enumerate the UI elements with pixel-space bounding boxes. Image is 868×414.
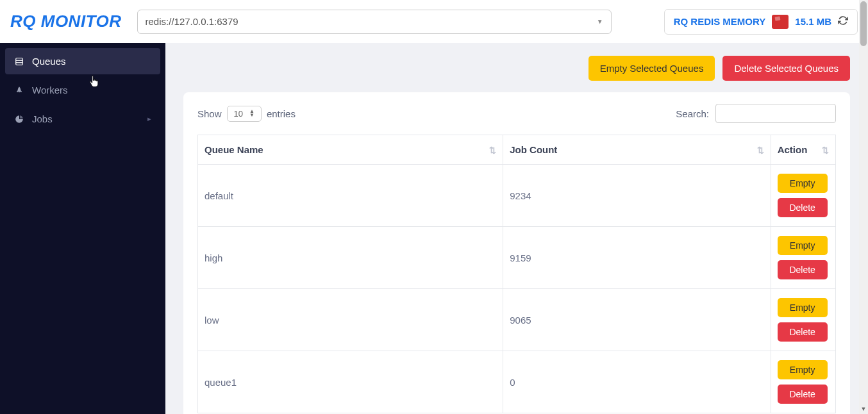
sidebar: Queues Workers Jobs ▸: [0, 43, 165, 414]
memory-value: 15.1 MB: [795, 16, 831, 27]
chevron-right-icon: ▸: [147, 115, 151, 123]
delete-button[interactable]: Delete: [778, 322, 828, 342]
search-label: Search:: [676, 108, 709, 119]
delete-button[interactable]: Delete: [778, 198, 828, 217]
entries-select[interactable]: 10 ▲▼: [227, 106, 262, 122]
pie-chart-icon: [14, 114, 24, 124]
empty-button[interactable]: Empty: [778, 360, 828, 379]
updown-icon: ▲▼: [249, 110, 255, 117]
content-area: Empty Selected Queues Delete Selected Qu…: [165, 43, 868, 414]
scrollbar-down-icon[interactable]: ▼: [859, 404, 868, 414]
table-controls: Show 10 ▲▼ entries Search:: [183, 104, 850, 135]
memory-label: RQ REDIS MEMORY: [674, 16, 766, 27]
sidebar-item-jobs[interactable]: Jobs ▸: [5, 106, 160, 132]
sort-icon: ⇅: [757, 145, 764, 154]
sort-icon: ⇅: [822, 145, 829, 154]
bulk-action-bar: Empty Selected Queues Delete Selected Qu…: [183, 56, 850, 81]
table-row: default9234EmptyDelete: [198, 165, 836, 227]
sidebar-item-label: Jobs: [32, 113, 53, 124]
topbar: RQ MONITOR redis://127.0.0.1:6379 ▼ RQ R…: [0, 0, 868, 43]
entries-value: 10: [234, 109, 243, 119]
empty-selected-button[interactable]: Empty Selected Queues: [588, 56, 715, 81]
search-input[interactable]: [715, 104, 836, 123]
app-logo: RQ MONITOR: [10, 12, 122, 31]
memory-box: RQ REDIS MEMORY 15.1 MB: [664, 9, 858, 35]
cell-action: EmptyDelete: [771, 289, 835, 351]
queues-table: Queue Name ⇅ Job Count ⇅ Action ⇅: [197, 135, 836, 413]
vertical-scrollbar[interactable]: ▼: [859, 0, 868, 414]
empty-button[interactable]: Empty: [778, 174, 828, 193]
table-row: low9065EmptyDelete: [198, 289, 836, 351]
delete-button[interactable]: Delete: [778, 385, 828, 404]
redis-url-select[interactable]: redis://127.0.0.1:6379 ▼: [137, 10, 612, 34]
search-box: Search:: [676, 104, 836, 123]
list-icon: [14, 56, 24, 67]
sidebar-item-queues[interactable]: Queues: [5, 48, 160, 74]
cell-queue-name[interactable]: high: [198, 227, 503, 289]
th-queue-name[interactable]: Queue Name ⇅: [198, 135, 503, 165]
table-row: queue10EmptyDelete: [198, 351, 836, 413]
queues-panel: Show 10 ▲▼ entries Search:: [183, 92, 850, 414]
cell-job-count: 9234: [503, 165, 771, 227]
show-label: Show: [197, 108, 222, 119]
sidebar-item-workers[interactable]: Workers: [5, 77, 160, 103]
cell-queue-name[interactable]: low: [198, 289, 503, 351]
delete-button[interactable]: Delete: [778, 260, 828, 279]
delete-selected-button[interactable]: Delete Selected Queues: [722, 56, 850, 81]
empty-button[interactable]: Empty: [778, 298, 828, 317]
cell-job-count: 9065: [503, 289, 771, 351]
sidebar-item-label: Queues: [32, 56, 66, 67]
th-job-count[interactable]: Job Count ⇅: [503, 135, 771, 165]
sidebar-item-label: Workers: [32, 85, 68, 95]
show-entries: Show 10 ▲▼ entries: [197, 106, 296, 122]
cell-action: EmptyDelete: [771, 165, 835, 227]
entries-label: entries: [267, 108, 296, 119]
cell-job-count: 9159: [503, 227, 771, 289]
rocket-icon: [14, 85, 24, 95]
cell-queue-name[interactable]: queue1: [198, 351, 503, 413]
sort-icon: ⇅: [489, 145, 496, 154]
scrollbar-thumb[interactable]: [860, 1, 867, 46]
cell-queue-name[interactable]: default: [198, 165, 503, 227]
cell-action: EmptyDelete: [771, 227, 835, 289]
svg-rect-0: [16, 58, 23, 65]
table-row: high9159EmptyDelete: [198, 227, 836, 289]
redis-cube-icon: [772, 15, 789, 29]
th-action: Action ⇅: [771, 135, 835, 165]
cell-job-count: 0: [503, 351, 771, 413]
refresh-icon[interactable]: [838, 15, 848, 28]
redis-url-value: redis://127.0.0.1:6379: [146, 16, 238, 27]
chevron-down-icon: ▼: [597, 18, 603, 25]
cell-action: EmptyDelete: [771, 351, 835, 413]
empty-button[interactable]: Empty: [778, 236, 828, 255]
